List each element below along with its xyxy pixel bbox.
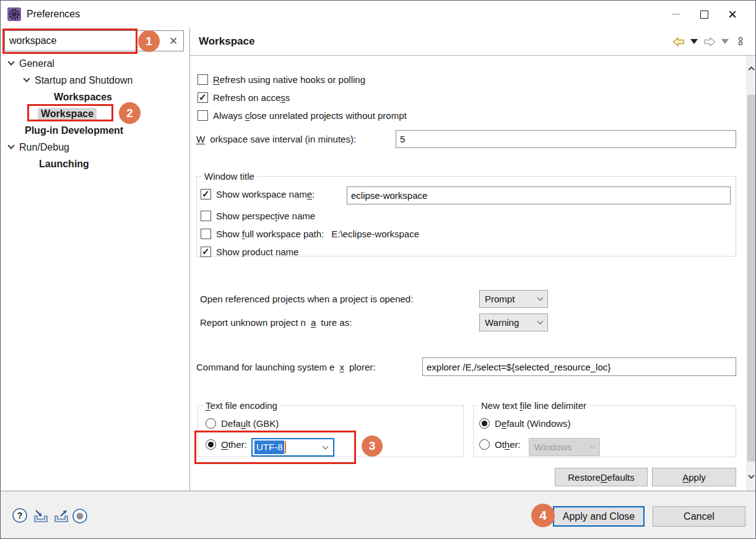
delimiter-other-label: Other: [495, 439, 521, 450]
explorer-command-label: Command for launching system explorer: [196, 362, 375, 372]
delimiter-other-combo: Windows [529, 438, 600, 456]
window-title: Preferences [27, 9, 80, 20]
show-full-path-label: Show full workspace path: [216, 229, 324, 239]
encoding-combo[interactable]: UTF-8 [251, 438, 334, 457]
show-product-name-checkbox[interactable] [201, 247, 211, 257]
chevron-down-icon [537, 295, 544, 301]
unknown-nature-combo[interactable]: Warning [479, 313, 548, 331]
explorer-command-input[interactable] [422, 357, 736, 376]
svg-text:?: ? [17, 511, 23, 520]
preference-recorder-button[interactable] [71, 507, 89, 525]
refresh-native-label: Refresh using native hooks or polling [213, 74, 365, 85]
maximize-button[interactable] [690, 4, 718, 24]
window-title-legend: Window title [202, 171, 257, 182]
scroll-up-icon[interactable] [746, 63, 756, 74]
full-path-value: E:\eclipse-workspace [331, 229, 419, 239]
delimiter-default-radio[interactable] [479, 418, 490, 429]
window-controls: ✕ [661, 1, 747, 28]
apply-button[interactable]: Apply [652, 468, 736, 486]
tree-item-plugin-development[interactable]: Plug-in Development [1, 122, 189, 139]
refresh-on-access-row: Refresh on access [198, 92, 290, 103]
window-title-group: Window title Show workspace name: Show p… [196, 171, 736, 256]
page-header: Workspace [190, 28, 756, 56]
tree-item-general[interactable]: General [1, 55, 189, 72]
filter-search-box: ✕ [4, 30, 184, 51]
tree-item-workspace-selected[interactable]: Workspace [1, 105, 189, 122]
save-interval-input[interactable] [396, 130, 736, 148]
always-close-checkbox[interactable] [198, 110, 208, 121]
chevron-down-icon [537, 318, 544, 325]
page-content: Refresh using native hooks or polling Re… [190, 56, 756, 491]
view-menu-icon[interactable] [738, 36, 743, 47]
export-preferences-button[interactable] [52, 507, 71, 525]
show-workspace-name-checkbox[interactable] [201, 189, 211, 199]
eclipse-preferences-icon [7, 7, 22, 22]
open-referenced-combo[interactable]: Prompt [479, 290, 548, 308]
record-icon [72, 508, 88, 524]
delimiter-legend: New text file line delimiter [479, 400, 589, 411]
apply-and-close-button[interactable]: Apply and Close [553, 506, 645, 527]
history-toolbar [672, 36, 743, 47]
open-referenced-label: Open referenced projects when a project … [200, 294, 413, 304]
import-preferences-button[interactable] [32, 507, 50, 525]
forward-history-menu-icon[interactable] [721, 39, 729, 44]
delimiter-default-row: Default (Windows) [479, 418, 571, 429]
encoding-default-radio[interactable] [206, 418, 216, 429]
help-icon: ? [12, 507, 28, 524]
encoding-default-label: Default (GBK) [221, 418, 279, 429]
minimize-icon [672, 14, 680, 15]
dialog-body: ✕ General Startup and Shutdown Workspace… [1, 28, 756, 491]
refresh-on-access-checkbox[interactable] [198, 92, 208, 103]
refresh-native-row: Refresh using native hooks or polling [198, 74, 365, 85]
preferences-sidebar: ✕ General Startup and Shutdown Workspace… [1, 28, 190, 491]
show-full-path-checkbox[interactable] [201, 229, 211, 239]
page-title: Workspace [199, 35, 254, 48]
minimize-button[interactable] [661, 4, 690, 24]
workspace-preference-page: Workspace [190, 28, 756, 491]
show-full-path-row: Show full workspace path: E:\eclipse-wor… [201, 229, 419, 239]
refresh-native-checkbox[interactable] [198, 74, 208, 85]
preferences-dialog: Preferences ✕ ✕ General Startup and Shut… [0, 0, 756, 539]
dialog-footer: ? Apply and Close Cancel [1, 491, 756, 539]
line-delimiter-group: New text file line delimiter Default (Wi… [473, 400, 736, 457]
encoding-other-row: Other: [206, 439, 247, 450]
tree-item-workspaces[interactable]: Workspaces [1, 89, 189, 105]
scroll-down-icon[interactable] [746, 471, 756, 482]
clear-search-button[interactable]: ✕ [163, 32, 183, 50]
tree-item-run-debug[interactable]: Run/Debug [1, 139, 189, 156]
export-icon [53, 508, 70, 524]
restore-defaults-button[interactable]: Restore Defaults [555, 468, 648, 486]
search-input[interactable] [5, 31, 163, 51]
workspace-name-input[interactable] [347, 186, 731, 204]
chevron-down-icon [323, 443, 329, 449]
show-workspace-name-label: Show workspace name: [216, 189, 315, 199]
back-arrow-icon[interactable] [672, 37, 685, 46]
save-interval-label: Workspace save interval (in minutes): [196, 134, 356, 144]
always-close-row: Always close unrelated projects without … [198, 110, 407, 121]
encoding-other-label: Other: [221, 439, 247, 450]
refresh-on-access-label: Refresh on access [213, 92, 290, 103]
encoding-other-radio[interactable] [206, 439, 216, 450]
chevron-down-icon[interactable] [7, 58, 14, 65]
close-button[interactable]: ✕ [718, 4, 747, 24]
cancel-button[interactable]: Cancel [653, 506, 745, 527]
text-file-encoding-group: Text file encoding Default (GBK) Other: … [198, 400, 464, 457]
delimiter-other-radio[interactable] [479, 439, 490, 450]
show-perspective-checkbox[interactable] [201, 211, 211, 221]
delimiter-other-row: Other: [479, 439, 521, 450]
vertical-scrollbar[interactable] [746, 56, 756, 491]
close-icon: ✕ [728, 9, 737, 20]
back-history-menu-icon[interactable] [690, 39, 698, 44]
scrollbar-thumb[interactable] [747, 95, 755, 462]
tree-item-startup-and-shutdown[interactable]: Startup and Shutdown [1, 72, 189, 89]
chevron-down-icon[interactable] [23, 75, 30, 82]
show-workspace-name-row: Show workspace name: [201, 189, 315, 199]
help-button[interactable]: ? [11, 506, 29, 525]
show-perspective-row: Show perspective name [201, 211, 315, 221]
chevron-down-icon[interactable] [7, 142, 14, 149]
tree-item-launching[interactable]: Launching [1, 156, 189, 172]
forward-arrow-icon[interactable] [703, 37, 716, 46]
title-bar: Preferences ✕ [1, 1, 755, 28]
show-product-name-label: Show product name [216, 247, 298, 257]
preferences-tree: General Startup and Shutdown Workspaces … [1, 55, 189, 172]
